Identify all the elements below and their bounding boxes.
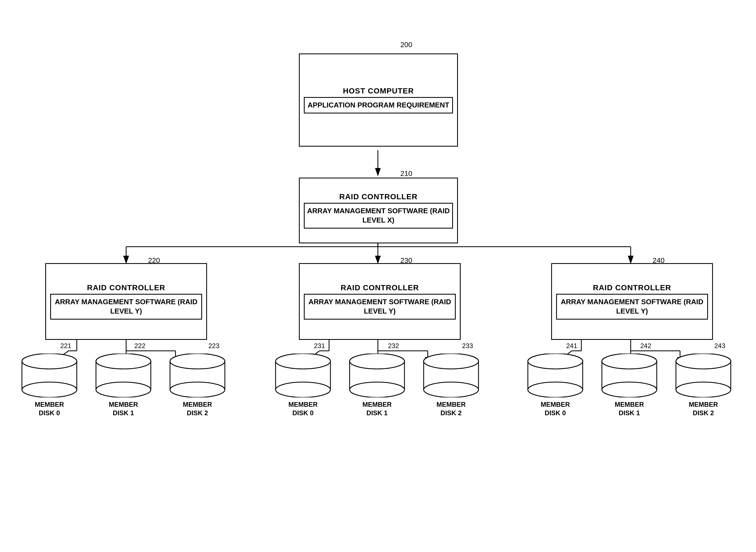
svg-point-37: [170, 354, 225, 369]
disk-241-label: 241: [566, 342, 577, 350]
raid-left-node: RAID CONTROLLER ARRAY MANAGEMENT SOFTWAR…: [45, 263, 207, 340]
svg-point-45: [350, 354, 404, 369]
raid-top-title: RAID CONTROLLER: [339, 192, 418, 201]
svg-point-48: [424, 382, 479, 397]
svg-point-44: [350, 382, 404, 397]
raid-right-node: RAID CONTROLLER ARRAY MANAGEMENT SOFTWAR…: [551, 263, 713, 340]
raid-right-title: RAID CONTROLLER: [593, 283, 671, 292]
raid-mid-title: RAID CONTROLLER: [341, 283, 419, 292]
disk-242-cylinder: [596, 354, 662, 397]
raid-mid-node: RAID CONTROLLER ARRAY MANAGEMENT SOFTWAR…: [299, 263, 461, 340]
svg-point-56: [602, 382, 657, 397]
svg-point-28: [22, 382, 77, 397]
disk-243-label: 243: [714, 342, 725, 350]
disk-223-label: 223: [209, 342, 219, 350]
disk-221-label: 221: [60, 342, 71, 350]
disk-233-label: 233: [462, 342, 473, 350]
disk-242-label: 242: [640, 342, 651, 350]
disk-242-text: MEMBERDISK 1: [615, 400, 644, 417]
svg-point-40: [276, 382, 331, 397]
disk-221-cylinder: [16, 354, 82, 397]
svg-point-57: [602, 354, 657, 369]
svg-point-41: [276, 354, 331, 369]
disk-243: 243 MEMBERDISK 2: [670, 354, 736, 417]
svg-point-49: [424, 354, 479, 369]
svg-point-36: [170, 382, 225, 397]
raid-left-inner: ARRAY MANAGEMENT SOFTWARE (RAID LEVEL Y): [50, 294, 202, 319]
host-inner: APPLICATION PROGRAM REQUIREMENT: [304, 97, 453, 114]
svg-point-32: [96, 382, 151, 397]
raid-mid-inner: ARRAY MANAGEMENT SOFTWARE (RAID LEVEL Y): [304, 294, 456, 319]
disk-232: 232 MEMBERDISK 1: [344, 354, 410, 417]
disk-233-cylinder: [418, 354, 484, 397]
disk-233: 233 MEMBERDISK 2: [418, 354, 484, 417]
disk-222: 222 MEMBERDISK 1: [91, 354, 156, 417]
disk-243-cylinder: [670, 354, 736, 397]
disk-243-text: MEMBERDISK 2: [689, 400, 718, 417]
svg-point-52: [528, 382, 583, 397]
disk-233-text: MEMBERDISK 2: [436, 400, 466, 417]
diagram: 200 HOST COMPUTER APPLICATION PROGRAM RE…: [0, 0, 756, 552]
disk-241-cylinder: [522, 354, 588, 397]
label-200: 200: [400, 40, 412, 49]
disk-242: 242 MEMBERDISK 1: [596, 354, 662, 417]
svg-point-61: [676, 354, 731, 369]
raid-top-inner: ARRAY MANAGEMENT SOFTWARE (RAID LEVEL X): [304, 203, 453, 229]
disk-241-text: MEMBERDISK 0: [541, 400, 570, 417]
disk-231-text: MEMBERDISK 0: [288, 400, 318, 417]
disk-231-label: 231: [314, 342, 325, 350]
disk-232-text: MEMBERDISK 1: [363, 400, 392, 417]
raid-left-title: RAID CONTROLLER: [87, 283, 165, 292]
disk-221-text: MEMBERDISK 0: [35, 400, 64, 417]
disk-222-text: MEMBERDISK 1: [109, 400, 138, 417]
raid-right-inner: ARRAY MANAGEMENT SOFTWARE (RAID LEVEL Y): [556, 294, 708, 319]
host-computer-node: HOST COMPUTER APPLICATION PROGRAM REQUIR…: [299, 53, 458, 147]
svg-point-29: [22, 354, 77, 369]
svg-point-53: [528, 354, 583, 369]
disk-232-cylinder: [344, 354, 410, 397]
disk-223-text: MEMBERDISK 2: [183, 400, 212, 417]
disk-231-cylinder: [270, 354, 336, 397]
disk-231: 231 MEMBERDISK 0: [270, 354, 336, 417]
raid-top-node: RAID CONTROLLER ARRAY MANAGEMENT SOFTWAR…: [299, 178, 458, 243]
disk-241: 241 MEMBERDISK 0: [522, 354, 588, 417]
disk-223-cylinder: [164, 354, 230, 397]
disk-222-label: 222: [134, 342, 145, 350]
disk-221: 221 MEMBERDISK 0: [16, 354, 82, 417]
label-210: 210: [400, 169, 412, 178]
svg-point-33: [96, 354, 151, 369]
disk-222-cylinder: [91, 354, 156, 397]
svg-point-60: [676, 382, 731, 397]
disk-223: 223 MEMBERDISK 2: [164, 354, 230, 417]
host-title: HOST COMPUTER: [343, 87, 414, 95]
disk-232-label: 232: [388, 342, 399, 350]
